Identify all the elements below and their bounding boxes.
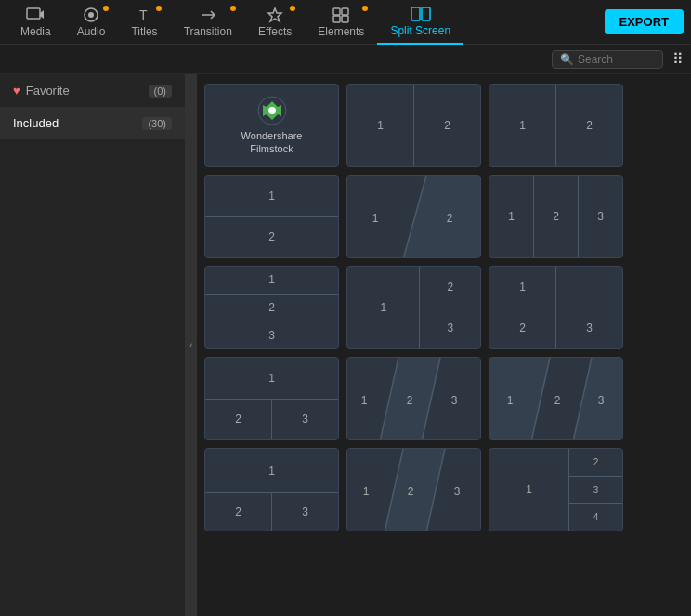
cell-2: 2 [569,449,622,477]
cell-1: 1 [489,449,569,531]
split-card-diag-3b[interactable]: 1 2 3 [489,357,623,440]
svg-rect-10 [422,7,430,20]
svg-marker-4 [268,8,281,21]
cell-2: 2 [420,267,480,308]
diag3c-svg: 1 2 3 [347,449,481,531]
cell-2: 2 [205,493,272,531]
sidebar-collapse-handle[interactable]: ‹ [186,74,197,616]
sidebar-favorite-label: Favorite [26,84,70,98]
split-card-left-23[interactable]: 1 2 3 [489,266,623,349]
sidebar-included-count: (30) [142,117,172,130]
cell-top-right [556,267,622,308]
split-card-1-2v[interactable]: 1 2 [204,175,339,258]
cell-3: 3 [272,493,338,531]
nav-elements[interactable]: Elements [305,0,377,45]
media-icon [26,7,45,23]
nav-elements-label: Elements [318,25,364,38]
sidebar-included-left: Included [13,116,59,130]
audio-icon [83,7,99,23]
nav-titles[interactable]: T Titles [118,0,170,45]
split-card-top-full-2below[interactable]: 1 2 3 [204,448,339,531]
cell-3: 3 [569,477,622,505]
main-layout: ♥ Favorite (0) Included (30) ‹ Wonde [0,74,691,616]
nav-splitscreen[interactable]: Split Screen [377,0,463,45]
nav-effects-label: Effects [258,25,292,38]
nav-audio[interactable]: Audio [64,0,119,45]
elements-icon [332,7,350,23]
cell-2: 2 [414,85,480,166]
sidebar-item-included[interactable]: Included (30) [0,107,185,139]
svg-text:1: 1 [361,394,368,407]
svg-text:2: 2 [407,394,413,407]
cell-3: 3 [556,308,622,349]
grid-row-4: 1 2 3 1 2 3 [204,357,684,440]
split-card-1-over-23[interactable]: 1 2 3 [204,357,339,440]
export-button[interactable]: EXPORT [605,9,684,34]
cell-2: 2 [534,176,579,257]
diag3b-svg: 1 2 3 [489,358,623,440]
right-stack: 2 3 [420,267,480,348]
cell-1: 1 [205,358,338,400]
cell-2: 2 [489,308,556,349]
svg-text:2: 2 [447,212,453,225]
split-card-diag-3a[interactable]: 1 2 3 [346,357,481,440]
diag3-svg: 1 2 3 [347,358,481,440]
svg-text:3: 3 [454,485,461,498]
svg-rect-5 [333,8,340,15]
split-card-big-left-right[interactable]: 1 2 3 [346,266,481,349]
cell-1: 1 [489,267,556,308]
search-icon: 🔍 [560,53,574,66]
search-input[interactable] [578,53,652,66]
filmstock-title: WondershareFilmstock [241,129,303,156]
nav-splitscreen-label: Split Screen [390,24,450,37]
svg-rect-8 [342,16,348,22]
svg-text:2: 2 [554,394,561,407]
cell-3: 3 [272,400,338,440]
split-card-diag-2[interactable]: 1 2 [346,175,481,258]
titles-dot [156,6,162,11]
sidebar-favorite-left: ♥ Favorite [13,84,70,98]
bottom-row: 2 3 [205,400,338,440]
cell-2: 2 [556,85,622,166]
bottom-row: 2 3 [205,493,338,531]
effects-icon [266,7,284,23]
nav-media-label: Media [20,25,51,38]
filmstock-logo-icon [257,96,287,125]
nav-media[interactable]: Media [7,0,64,45]
sidebar-favorite-count: (0) [149,85,172,98]
nav-audio-label: Audio [77,25,106,38]
transition-dot [230,6,236,11]
nav-effects[interactable]: Effects [245,0,305,45]
svg-point-2 [88,12,94,18]
split-card-1-2h-a[interactable]: 1 2 [346,84,481,167]
nav-transition-label: Transition [184,25,232,38]
effects-dot [290,6,295,11]
svg-rect-6 [342,8,348,15]
split-card-1-2-3h-a[interactable]: 1 2 3 [489,175,623,258]
nav-titles-label: Titles [131,25,157,38]
svg-text:1: 1 [507,394,514,407]
grid-row-1: WondershareFilmstock 1 2 1 2 [204,84,684,167]
diag-svg: 1 2 [347,176,481,258]
split-card-diag-3c[interactable]: 1 2 3 [346,448,481,531]
nav-transition[interactable]: Transition [171,0,245,45]
cell-1: 1 [205,449,338,493]
grid-row-2: 1 2 1 2 1 2 3 [204,175,684,258]
split-card-1-2h-b[interactable]: 1 2 [489,84,623,167]
search-box[interactable]: 🔍 [552,50,663,69]
filmstock-card[interactable]: WondershareFilmstock [204,84,339,167]
sidebar-item-favorite[interactable]: ♥ Favorite (0) [0,74,185,107]
toolbar-row: 🔍 ⠿ [0,45,691,74]
transition-icon [199,7,217,23]
audio-dot [103,6,109,11]
content-area: WondershareFilmstock 1 2 1 2 1 2 [197,74,691,616]
cell-3: 3 [205,321,338,348]
cell-1: 1 [489,176,534,257]
cell-2: 2 [205,295,338,322]
svg-rect-9 [411,7,420,20]
split-card-3v[interactable]: 1 2 3 [204,266,339,349]
split-card-1-right-4[interactable]: 1 2 3 4 [489,448,623,531]
splitscreen-icon [411,6,431,22]
cell-1: 1 [205,267,338,295]
grid-view-icon[interactable]: ⠿ [672,50,684,68]
